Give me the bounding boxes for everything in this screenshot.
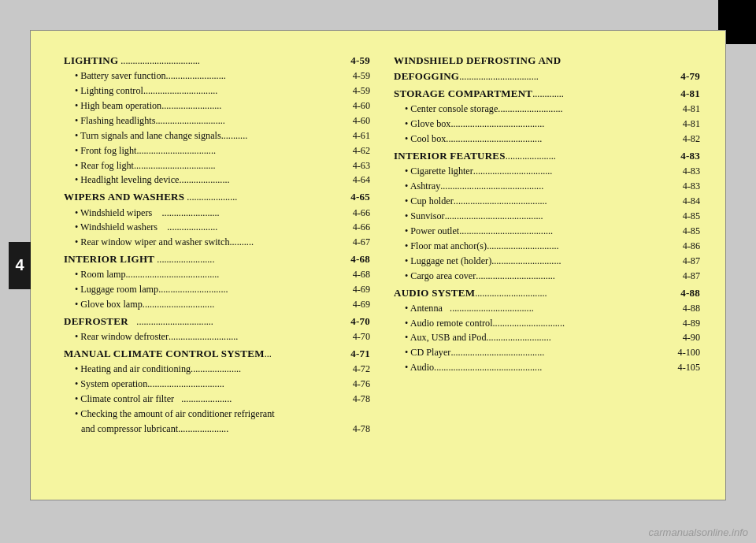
dot-leader: ........................................…	[440, 179, 680, 194]
dot-leader: ..............................	[487, 239, 681, 254]
list-item: • Power outlet .........................…	[394, 224, 700, 239]
entry-label: • Rear fog light	[75, 158, 134, 173]
dot-leader: .........................	[161, 99, 350, 113]
dot-leader: ...........	[221, 128, 351, 143]
page-number: 4-60	[353, 99, 370, 113]
page-number: 4-65	[350, 189, 370, 205]
page-number: 4-85	[683, 224, 700, 239]
left-column: LIGHTING ...............................…	[64, 53, 370, 478]
table-of-contents: LIGHTING ...............................…	[31, 31, 725, 500]
entry-label: • Checking the amount of air conditioner…	[75, 407, 275, 422]
list-item: • Luggage room lamp ....................…	[64, 282, 370, 297]
list-item: • Heating and air conditioning .........…	[64, 362, 370, 377]
list-item: • CD Player ............................…	[394, 345, 700, 360]
page-number: 4-83	[683, 179, 700, 194]
list-item: INTERIOR FEATURES ..................... …	[394, 148, 700, 164]
page-number: 4-100	[678, 345, 700, 360]
dot-leader: .....................	[178, 422, 350, 437]
entry-label: • Audio remote control	[405, 316, 493, 331]
dot-leader: ..................................	[134, 158, 351, 173]
dot-leader: .............	[532, 87, 679, 102]
page-number: 4-60	[353, 113, 370, 128]
entry-label: • Cargo area cover	[405, 269, 476, 284]
section-heading: WIPERS AND WASHERS	[64, 189, 184, 205]
page-number: 4-69	[353, 297, 370, 312]
page-number: 4-88	[683, 301, 700, 316]
list-item: • Windshield wipers ....................…	[64, 206, 370, 221]
entry-label: • Flashing headlights	[75, 113, 155, 128]
dot-leader: ..............................	[143, 297, 351, 312]
list-item: WIPERS AND WASHERS .....................…	[64, 189, 370, 205]
entry-label: • Sunvisor	[405, 209, 445, 224]
list-item: • Sunvisor .............................…	[394, 209, 700, 224]
page-number: 4-86	[683, 239, 700, 254]
entry-label: • Audio	[405, 360, 434, 375]
dot-leader: .............................	[169, 329, 351, 344]
list-item: • Cup holder ...........................…	[394, 194, 700, 209]
list-item: • Lighting control .....................…	[64, 84, 370, 99]
page-number: 4-63	[353, 158, 370, 173]
watermark: carmanualsonline.info	[649, 526, 748, 538]
dot-leader: ...........................	[498, 102, 680, 117]
dot-leader: ........................	[154, 252, 349, 267]
list-item: • Checking the amount of air conditioner…	[64, 407, 370, 422]
entry-label: • CD Player	[405, 345, 450, 360]
entry-label: • Windshield washers	[75, 220, 167, 235]
section-heading: AUDIO SYSTEM	[394, 285, 475, 301]
page-number: 4-105	[678, 360, 700, 375]
list-item: • High beam operation ..................…	[64, 99, 370, 113]
dot-leader: .........................	[166, 69, 351, 84]
entry-label: • High beam operation	[75, 99, 161, 113]
list-item: • Headlight leveling device ............…	[64, 173, 370, 188]
page-number: 4-84	[683, 194, 700, 209]
section-heading: STORAGE COMPARTMENT	[394, 86, 532, 102]
entry-label: • Cool box	[405, 132, 446, 147]
entry-label: • Windshield wipers	[75, 206, 162, 221]
section-heading: DEFROSTER	[64, 314, 136, 329]
main-content-area: 4 LIGHTING .............................…	[30, 30, 726, 500]
list-item: STORAGE COMPARTMENT ............. 4-81	[394, 86, 700, 102]
dot-leader: .................................	[136, 143, 350, 158]
right-column: WINDSHIELD DEFROSTING AND DEFOGGING ....…	[394, 53, 700, 478]
entry-label: • Power outlet	[405, 224, 459, 239]
list-item: MANUAL CLIMATE CONTROL SYSTEM ... 4-71	[64, 346, 370, 362]
entry-label: • Aux, USB and iPod	[405, 330, 486, 345]
entry-label: • Ashtray	[405, 179, 440, 194]
page-number: 4-66	[353, 220, 370, 235]
entry-label: • Climate control air filter	[75, 392, 181, 407]
entry-label: • Cup holder	[405, 194, 454, 209]
dot-leader: .....................	[181, 392, 350, 407]
list-item: • Climate control air filter ...........…	[64, 392, 370, 407]
page-number: 4-90	[683, 330, 700, 345]
dot-leader: .......................................	[454, 194, 681, 209]
page-number: 4-81	[683, 117, 700, 132]
page-number: 4-83	[683, 164, 700, 179]
dot-leader: .....................	[191, 362, 351, 377]
dot-leader: .......................................	[450, 345, 676, 360]
list-item: • Cigarette lighter ....................…	[394, 164, 700, 179]
entry-label: • Cigarette lighter	[405, 164, 473, 179]
entry-label: • Front fog light	[75, 143, 136, 158]
list-item: LIGHTING ...............................…	[64, 53, 370, 69]
list-item: • Ashtray ..............................…	[394, 179, 700, 194]
section-heading: INTERIOR LIGHT	[64, 251, 154, 267]
entry-label: and compressor lubricant	[81, 422, 178, 437]
dot-leader: ...	[265, 347, 349, 362]
list-item: • Cool box .............................…	[394, 132, 700, 147]
page-number: 4-69	[353, 282, 370, 297]
dot-leader: .....................	[184, 190, 349, 205]
list-item: • Glove box lamp .......................…	[64, 297, 370, 312]
section-heading-line1: WINDSHIELD DEFROSTING AND	[394, 53, 700, 69]
dot-leader: ...............................	[143, 84, 351, 99]
list-item: DEFROSTER ..............................…	[64, 314, 370, 329]
section-heading: INTERIOR FEATURES	[394, 148, 506, 164]
page-number: 4-87	[683, 254, 700, 269]
page-number: 4-81	[683, 102, 700, 117]
entry-label: • Glove box lamp	[75, 297, 143, 312]
dot-leader: .................................	[118, 54, 349, 69]
dot-leader: .............................	[491, 254, 680, 269]
list-item: • Front fog light ......................…	[64, 143, 370, 158]
list-item: INTERIOR LIGHT ........................ …	[64, 251, 370, 267]
page-number: 4-66	[353, 206, 370, 221]
page-number: 4-68	[353, 267, 370, 282]
